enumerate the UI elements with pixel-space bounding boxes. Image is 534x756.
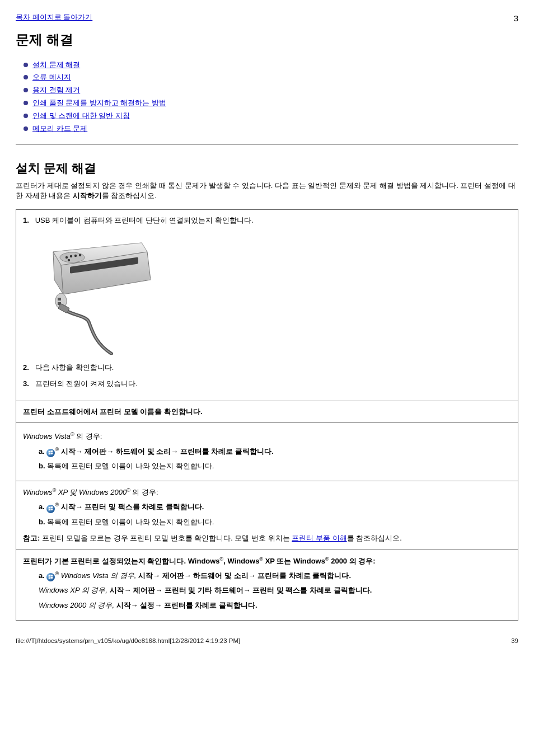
step-2: 2. 다음 사항을 확인합니다. [23,363,511,373]
printer-parts-link[interactable]: 프린터 부품 이해 [292,534,346,542]
svg-point-6 [65,256,68,259]
toc-item-memory-card[interactable]: 메모리 카드 문제 [32,124,87,133]
toc-item-guidelines[interactable]: 인쇄 및 스캔에 대한 일반 지침 [32,111,130,120]
toc-item-error[interactable]: 오류 메시지 [32,73,71,81]
windows-icon [46,573,55,581]
table-subheader-check-model: 프린터 소프트웨어에서 프린터 모델 이름을 확인합니다. [16,401,518,423]
svg-rect-19 [49,506,50,508]
note-prefix: 참고: [23,534,40,542]
step-1: 1. USB 케이블이 컴퓨터와 프린터에 단단히 연결되었는지 확인합니다. [23,215,511,226]
footer-path: file:///T|/htdocs/systems/prn_v105/ko/ug… [16,636,240,646]
substep-a-default: a. ® Windows Vista 의 경우, 시작→ 제어판→ 하드웨어 및… [39,570,511,581]
section-lead: 프린터가 제대로 설정되지 않은 경우 인쇄할 때 통신 문제가 발생할 수 있… [16,181,518,202]
printer-icon [33,232,151,355]
svg-rect-17 [49,453,50,454]
xp2k-label-part1: Windows [23,489,53,497]
sub-a-vista-text: 시작→ 제어판→ 하드웨어 및 소리→ 프린터를 차례로 클릭합니다. [61,447,274,456]
footer: file:///T|/htdocs/systems/prn_v105/ko/ug… [16,636,518,646]
registered-symbol: ® [325,556,329,562]
substep-a: a. ® 시작→ 제어판→ 하드웨어 및 소리→ 프린터를 차례로 클릭합니다. [39,446,511,457]
sub-a-default-xp: 시작→ 제어판→ 프린터 및 기타 하드웨어→ 프린터 및 팩스를 차례로 클릭… [110,586,372,594]
svg-rect-12 [58,298,61,300]
registered-symbol: ® [127,487,130,493]
sub-b-text: 목록에 프린터 모델 이름이 나와 있는지 확인합니다. [47,462,214,470]
table-row: 프린터가 기본 프린터로 설정되었는지 확인합니다. Windows®, Win… [16,550,518,620]
svg-rect-18 [51,453,53,454]
table-row: 1. USB 케이블이 컴퓨터와 프린터에 단단히 연결되었는지 확인합니다. [16,210,518,401]
sub-b-num: b. [39,462,45,470]
toc-item-quality[interactable]: 인쇄 품질 문제를 방지하고 해결하는 방법 [32,98,166,107]
registered-symbol: ® [55,502,59,508]
footer-page-number: 39 [511,636,518,646]
header-row: 목차 페이지로 돌아가기 3 [16,12,518,25]
table-row: 프린터 소프트웨어에서 프린터 모델 이름을 확인합니다. [16,401,518,423]
sub-a-default-2k: 시작→ 설정→ 프린터를 차례로 클릭합니다. [116,601,257,609]
lead-link-text: 시작하기 [73,191,102,200]
step-1-text: USB 케이블이 컴퓨터와 프린터에 단단히 연결되었는지 확인합니다. [35,216,254,224]
svg-rect-26 [51,577,53,579]
registered-symbol: ® [71,431,74,437]
lead-suffix: 를 참조하십시오. [102,191,157,200]
step-3-num: 3. [23,379,33,389]
sub-a-num: a. [39,447,45,456]
substep-a: a. ® 시작→ 프린터 및 팩스를 차례로 클릭합니다. [39,501,511,513]
svg-rect-25 [49,577,50,579]
sub-a-default-xp-prefix: Windows XP 의 경우, [39,586,110,594]
sub-a-default-vista: 시작→ 제어판→ 하드웨어 및 소리→ 프린터를 차례로 클릭합니다. [138,571,351,580]
default-header-1: 프린터가 기본 프린터로 설정되었는지 확인합니다. Windows [23,557,220,565]
table-row: Windows Vista® 의 경우: a. ® 시작→ 제어판→ 하드웨어 … [16,423,518,481]
step-2-text: 다음 사항을 확인합니다. [35,363,114,372]
section-title: 설치 문제 해결 [16,159,518,177]
back-to-contents-link[interactable]: 목차 페이지로 돌아가기 [16,12,92,23]
default-printer-header: 프린터가 기본 프린터로 설정되었는지 확인합니다. Windows®, Win… [23,556,511,567]
note-body: 프린터 모델을 모르는 경우 프린터 모델 번호를 확인합니다. 모델 번호 위… [40,534,292,542]
default-header-3: XP 또는 Windows [263,557,325,565]
default-header-2: , Windows [223,557,259,565]
toc-item-paper-jam[interactable]: 용지 걸림 제거 [32,86,80,94]
printer-illustration [23,232,511,358]
sub-b-num: b. [39,518,45,526]
registered-symbol: ® [55,447,59,452]
registered-symbol: ® [55,571,59,576]
step-3-text: 프린터의 전원이 켜져 있습니다. [35,379,138,388]
check-vista-label: Windows Vista® 의 경우: [23,431,511,442]
svg-rect-24 [51,575,53,576]
xp2k-label-tail: 의 경우: [130,489,158,497]
svg-rect-16 [51,450,53,452]
table-of-contents: 설치 문제 해결 오류 메시지 용지 걸림 제거 인쇄 품질 문제를 방지하고 … [16,60,518,134]
sub-a-default-2k-prefix: Windows 2000 의 경우, [39,601,116,609]
troubleshooting-table: 1. USB 케이블이 컴퓨터와 프린터에 단단히 연결되었는지 확인합니다. [16,209,518,621]
windows-icon [46,505,55,513]
svg-point-9 [79,254,81,256]
vista-label-tail: 의 경우: [74,433,102,441]
check-xp2k-label: Windows® XP 및 Windows 2000® 의 경우: [23,487,511,498]
vista-label-italic: Windows Vista [23,433,71,441]
sub-a-xp-text: 시작→ 프린터 및 팩스를 차례로 클릭합니다. [61,503,204,511]
toc-item-setup[interactable]: 설치 문제 해결 [32,60,80,69]
page-number-top: 3 [514,12,518,25]
step-2-num: 2. [23,363,33,373]
substep-default-xp: Windows XP 의 경우, 시작→ 제어판→ 프린터 및 기타 하드웨어→… [39,585,511,596]
default-header-4: 2000 의 경우: [329,557,376,565]
note-suffix: 를 참조하십시오. [347,534,402,542]
svg-rect-20 [51,506,53,508]
svg-point-10 [68,259,70,261]
substep-b: b. 목록에 프린터 모델 이름이 나와 있는지 확인합니다. [39,461,511,472]
note: 참고: 프린터 모델을 모르는 경우 프린터 모델 번호를 확인합니다. 모델 … [23,533,511,544]
sub-a-num: a. [39,571,45,580]
windows-icon [46,449,55,457]
svg-rect-21 [49,509,50,510]
substep-default-2k: Windows 2000 의 경우, 시작→ 설정→ 프린터를 차례로 클릭합니… [39,600,511,611]
sub-a-num: a. [39,503,45,511]
svg-rect-15 [49,451,50,453]
svg-point-7 [70,255,72,257]
step-3: 3. 프린터의 전원이 켜져 있습니다. [23,379,511,389]
page-title: 문제 해결 [16,30,518,50]
divider [16,144,518,145]
sub-b-text: 목록에 프린터 모델 이름이 나와 있는지 확인합니다. [47,518,214,526]
svg-point-5 [60,252,85,262]
step-1-num: 1. [23,215,33,226]
svg-point-8 [74,255,77,257]
table-row: Windows® XP 및 Windows 2000® 의 경우: a. ® 시… [16,481,518,550]
svg-rect-23 [49,575,50,577]
